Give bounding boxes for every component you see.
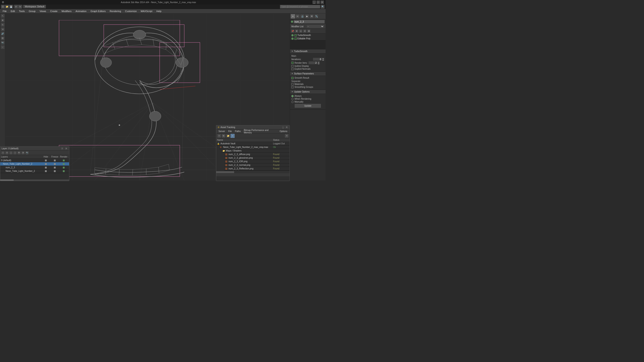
render-iters-input[interactable]	[308, 61, 317, 64]
hierarchy-tab-icon[interactable]: ⚓	[300, 14, 304, 18]
search-btn[interactable]: 🔍	[321, 5, 325, 9]
smoothing-groups-checkbox[interactable]	[291, 86, 294, 88]
asset-menu-file[interactable]: File	[227, 130, 233, 133]
link-tool[interactable]: 🔗	[1, 32, 5, 36]
display-tab-icon[interactable]: 👁	[310, 14, 314, 18]
scale-tool[interactable]: ⇲	[1, 27, 5, 31]
new-btn[interactable]: 🗋	[1, 5, 5, 9]
layers-help-btn[interactable]: ?	[60, 147, 64, 150]
menu-tools[interactable]: Tools	[17, 9, 26, 13]
asset-menu-server[interactable]: Server	[217, 130, 226, 133]
update-options-header[interactable]: Update Options	[290, 90, 326, 94]
layer-row-1[interactable]: Neon_Tube_Light_Number_2	[0, 162, 69, 166]
asset-refresh-btn[interactable]: ↻	[222, 134, 226, 138]
smooth-result-checkbox[interactable]	[291, 77, 294, 79]
orbit-tool[interactable]: ○	[1, 45, 5, 49]
menu-file[interactable]: File	[1, 9, 8, 13]
menu-rendering[interactable]: Rendering	[108, 9, 123, 13]
asset-view-btn[interactable]: ≡	[230, 134, 234, 138]
configure-btn[interactable]: ⚙	[307, 29, 310, 33]
render-iters-checkbox[interactable]	[291, 62, 294, 64]
asset-folder-btn[interactable]: 📁	[226, 134, 230, 138]
object-name-input[interactable]	[294, 20, 325, 23]
show-end-btn[interactable]: ▼	[295, 29, 298, 33]
menu-group[interactable]: Group	[27, 9, 37, 13]
object-color-swatch[interactable]	[291, 20, 293, 23]
asset-help-btn[interactable]: ?	[285, 134, 289, 138]
layers-add-sel-btn[interactable]: ↓	[9, 151, 13, 155]
undo-btn[interactable]: ↩	[14, 5, 18, 9]
modifier-editable-poly[interactable]: Editable Poly	[290, 37, 326, 40]
open-btn[interactable]: 📁	[5, 5, 9, 9]
remove-mod-btn[interactable]: ✕	[303, 29, 306, 33]
layers-freeze-btn[interactable]: ❄	[21, 151, 25, 155]
asset-menu-bitmap[interactable]: Bitmap Performance and Memory	[242, 129, 278, 134]
asset-row-ior[interactable]: 🖼 num_2_3_IOR.png Found	[224, 160, 290, 163]
make-unique-btn[interactable]: ◇	[299, 29, 302, 33]
motion-tab-icon[interactable]: ▶	[305, 14, 309, 18]
close-button[interactable]: ✕	[321, 1, 324, 4]
asset-row-diffuse[interactable]: 🖼 num_2_3_diffuse.png Found	[224, 153, 290, 156]
maximize-button[interactable]: □	[317, 1, 320, 4]
minimize-button[interactable]: _	[312, 1, 316, 4]
mod-check-turbosmooth[interactable]	[294, 34, 297, 36]
materials-checkbox[interactable]	[291, 83, 294, 85]
render-iters-down[interactable]: ▼	[318, 63, 320, 64]
manually-radio[interactable]	[291, 101, 294, 103]
rotate-tool[interactable]: ↻	[1, 23, 5, 27]
layers-sel-obj-btn[interactable]: →	[13, 151, 17, 155]
iterations-up[interactable]: ▲	[322, 58, 324, 59]
layers-close-btn[interactable]: ✕	[64, 147, 68, 150]
asset-row-reflection[interactable]: 🖼 num_2_3_Reflection.png Found	[224, 167, 290, 170]
turbosmooth-header[interactable]: TurboSmooth	[290, 49, 326, 53]
create-tab-icon[interactable]: ✦	[291, 14, 295, 18]
unlink-tool[interactable]: ⛓	[1, 36, 5, 40]
layers-create-btn[interactable]: +	[1, 151, 5, 155]
asset-row-glossines[interactable]: 🖼 num_2_3_glossines.png Found	[224, 156, 290, 160]
menu-create[interactable]: Create	[48, 9, 59, 13]
asset-new-btn[interactable]: +	[217, 134, 221, 138]
redo-btn[interactable]: ↪	[18, 5, 22, 9]
menu-graph-editors[interactable]: Graph Editors	[89, 9, 108, 13]
asset-close-btn[interactable]: ✕	[285, 126, 288, 129]
asset-menu-paths[interactable]: Paths	[234, 130, 242, 133]
layers-scrollbar[interactable]	[0, 179, 69, 181]
workspace-label[interactable]: Workspace: Default	[23, 5, 46, 8]
utilities-tab-icon[interactable]: 🔧	[314, 14, 318, 18]
asset-row-vault[interactable]: 🔒 Autodesk Vault Logged Out	[216, 142, 290, 145]
asset-row-maxfile[interactable]: ⚙ Neon_Tube_Light_Number_2_max_vray.max …	[219, 145, 290, 149]
move-tool[interactable]: ✥	[1, 18, 5, 22]
surface-params-header[interactable]: Surface Parameters	[290, 72, 326, 76]
explicit-normals-checkbox[interactable]	[291, 68, 294, 70]
layer-row-0[interactable]: 0 (default)	[0, 159, 69, 162]
layers-hide-btn[interactable]: 👁	[17, 151, 21, 155]
layer-row-3[interactable]: Neon_Tube_Light_Number_2	[0, 169, 69, 173]
asset-minimize-btn[interactable]: _	[282, 126, 285, 129]
menu-help[interactable]: Help	[154, 9, 163, 13]
when-rendering-radio[interactable]	[291, 98, 294, 100]
pin-stack-btn[interactable]: 📌	[291, 29, 294, 33]
asset-scrollbar-thumb[interactable]	[216, 171, 234, 173]
asset-row-maps-folder[interactable]: 📁 Maps / Shaders	[222, 149, 290, 153]
modify-tab-icon[interactable]: ✏	[296, 14, 300, 18]
menu-views[interactable]: Views	[38, 9, 48, 13]
asset-row-normal[interactable]: 🖼 num_2_3_normal.png Found	[224, 163, 290, 167]
menu-modifiers[interactable]: Modifiers	[60, 9, 73, 13]
menu-customize[interactable]: Customize	[123, 9, 138, 13]
layers-scrollbar-thumb[interactable]	[0, 179, 14, 181]
modifier-dropdown[interactable]: --	[306, 24, 324, 28]
asset-menu-options[interactable]: Options	[278, 130, 289, 133]
iterations-input[interactable]	[313, 58, 322, 61]
select-tool[interactable]: ↖	[1, 14, 5, 18]
modifier-turbosmooth[interactable]: TurboSmooth	[290, 33, 326, 37]
always-radio[interactable]	[291, 95, 294, 97]
layers-delete-btn[interactable]: ✕	[5, 151, 9, 155]
menu-edit[interactable]: Edit	[9, 9, 17, 13]
asset-scrollbar-h[interactable]	[216, 171, 290, 173]
layers-render-btn[interactable]: 📷	[25, 151, 29, 155]
isoline-checkbox[interactable]	[291, 65, 294, 67]
iterations-down[interactable]: ▼	[322, 59, 324, 61]
search-input[interactable]	[280, 5, 320, 8]
layer-row-2[interactable]: num_2_3	[0, 166, 69, 169]
render-iters-up[interactable]: ▲	[318, 61, 320, 63]
